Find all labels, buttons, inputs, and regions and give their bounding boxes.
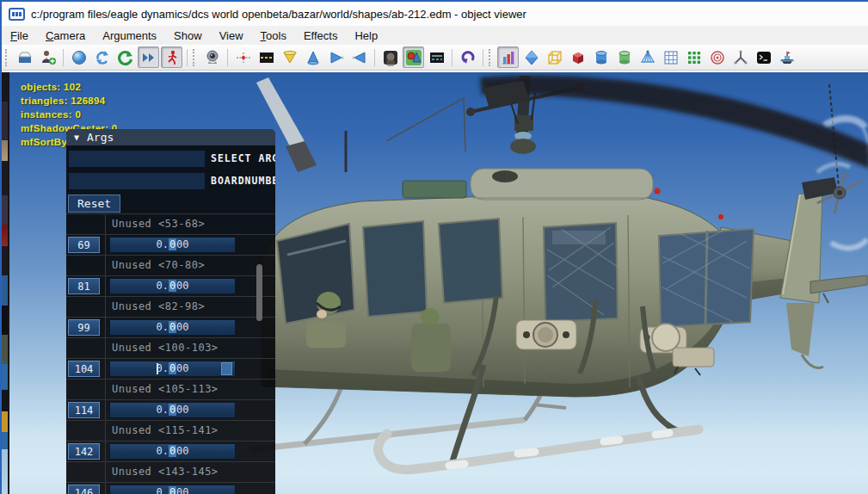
arg-row: 142 0.000 <box>66 441 275 461</box>
target-rings-icon[interactable] <box>706 46 728 68</box>
arg-slider[interactable]: 0.000 <box>109 319 236 336</box>
stat-instances: instances: 0 <box>21 108 117 121</box>
unused-range-row: Unused <115-141> <box>66 420 275 441</box>
arg-row: 146 0.000 <box>66 482 275 494</box>
toolbar <box>2 45 868 71</box>
unused-range-row: Unused <70-80> <box>66 255 275 275</box>
menu-help[interactable]: Help <box>346 28 386 44</box>
select-args-input[interactable] <box>68 150 206 168</box>
grid-panel-icon[interactable] <box>660 46 681 68</box>
arg-row: 114 0.000 <box>66 399 275 420</box>
menu-arguments[interactable]: Arguments <box>94 28 165 44</box>
menu-camera[interactable]: Camera <box>37 28 94 44</box>
stat-triangles: triangles: 126894 <box>21 94 117 108</box>
texture-preview-icon[interactable] <box>379 46 401 68</box>
arg-number[interactable]: 69 <box>68 237 100 253</box>
arg-row: 81 0.000 <box>66 275 275 296</box>
axes-tripod-icon[interactable] <box>729 46 751 68</box>
arg-slider[interactable]: 0.000 <box>109 443 236 460</box>
menu-tools[interactable]: Tools <box>252 28 295 44</box>
arg-slider-editing[interactable]: 0.000 <box>109 361 236 377</box>
left-texture-strip[interactable] <box>2 72 9 494</box>
octahedron-icon[interactable] <box>520 46 542 68</box>
arg-slider[interactable]: 0.000 <box>109 402 236 418</box>
menu-file[interactable]: File <box>2 28 37 44</box>
args-rows: Unused <53-68> 69 0.000 Unused <70-80> 8… <box>66 213 275 494</box>
console-icon[interactable] <box>753 46 774 68</box>
grid-dots-icon[interactable] <box>683 46 705 68</box>
arg-slider[interactable]: 0.000 <box>109 237 236 253</box>
args-panel-title: Args <box>87 131 114 144</box>
arg-number[interactable]: 81 <box>68 278 100 294</box>
unused-range-row: Unused <82-98> <box>66 296 275 317</box>
camera-icon[interactable] <box>201 46 223 68</box>
add-object-icon[interactable] <box>37 46 58 68</box>
fast-forward-icon[interactable] <box>138 46 159 68</box>
arg-slider[interactable]: 0.000 <box>109 278 236 294</box>
cylinder-green-icon[interactable] <box>613 46 635 68</box>
arg-row: 99 0.000 <box>66 317 275 337</box>
arg-number[interactable]: 99 <box>68 319 100 336</box>
args-panel-header[interactable]: ▼ Args <box>66 129 275 145</box>
menu-view[interactable]: View <box>211 28 252 44</box>
toolbar-grip[interactable] <box>5 49 9 66</box>
cube-solid-icon[interactable] <box>567 46 588 68</box>
reload-model-icon[interactable] <box>114 46 136 68</box>
unused-range-row: Unused <143-145> <box>66 461 275 482</box>
collapse-triangle-icon[interactable]: ▼ <box>74 133 79 142</box>
arg-number[interactable]: 146 <box>68 485 100 494</box>
boardnumber-label: BOARDNUMBER <box>211 172 275 190</box>
object-viewer-window: c:/program files/eagle dynamics/dcs worl… <box>0 0 868 494</box>
reset-button[interactable]: Reset <box>68 195 120 213</box>
sphere-icon[interactable] <box>68 46 89 68</box>
ship-icon[interactable] <box>776 46 797 68</box>
landing-skid <box>378 429 699 470</box>
toolbar-grip[interactable] <box>489 49 493 66</box>
boardnumber-input[interactable] <box>68 172 206 190</box>
arg-number[interactable]: 142 <box>68 443 100 460</box>
menu-show[interactable]: Show <box>165 28 211 44</box>
refresh-icon[interactable] <box>91 46 113 68</box>
select-args-label: SELECT ARGS <box>211 150 275 168</box>
statistics-icon[interactable] <box>497 46 519 68</box>
cone-filter-icon[interactable] <box>279 46 300 68</box>
walk-animation-icon[interactable] <box>161 46 182 68</box>
arg-row: 69 0.000 <box>66 234 275 255</box>
stat-objects: objects: 102 <box>21 80 117 94</box>
arg-slider[interactable]: 0.000 <box>109 485 236 494</box>
rotate-ccw-icon[interactable] <box>457 46 478 68</box>
toolbar-grip[interactable] <box>193 49 197 66</box>
arg-number[interactable]: 114 <box>68 402 100 418</box>
menu-effects[interactable]: Effects <box>295 28 347 44</box>
cone-right-icon[interactable] <box>325 46 347 68</box>
cone-left-icon[interactable] <box>348 46 370 68</box>
slider-handle[interactable] <box>221 362 232 375</box>
center-pivot-icon[interactable] <box>232 46 254 68</box>
unused-range-row: Unused <100-103> <box>66 337 275 358</box>
cylinder-blue-icon[interactable] <box>590 46 612 68</box>
tail-rotor <box>817 84 868 248</box>
cube-wire-icon[interactable] <box>544 46 565 68</box>
model-viewport[interactable]: objects: 102 triangles: 126894 instances… <box>2 72 868 494</box>
window-title: c:/program files/eagle dynamics/dcs worl… <box>31 8 526 21</box>
arg-row: 104 0.000 <box>66 358 275 379</box>
args-panel: ▼ Args SELECT ARGS BOARDNUMBER Reset Unu… <box>66 129 275 494</box>
open-model-icon[interactable] <box>14 46 35 68</box>
show-geometry-icon[interactable] <box>403 46 424 68</box>
pyramid-mesh-icon[interactable] <box>637 46 658 68</box>
helicopter <box>253 75 868 469</box>
menu-bar: File Camera Arguments Show View Tools Ef… <box>2 26 868 45</box>
unused-range-row: Unused <105-113> <box>66 379 275 399</box>
arg-number[interactable]: 104 <box>68 361 100 377</box>
main-rotor <box>256 75 868 172</box>
app-icon <box>9 8 25 21</box>
title-bar[interactable]: c:/program files/eagle dynamics/dcs worl… <box>2 2 868 26</box>
cone-up-icon[interactable] <box>302 46 323 68</box>
runway-icon[interactable] <box>255 46 277 68</box>
animation-track-icon[interactable] <box>426 46 447 68</box>
panel-scrollbar-thumb[interactable] <box>256 264 262 321</box>
unused-range-row: Unused <53-68> <box>66 213 275 234</box>
